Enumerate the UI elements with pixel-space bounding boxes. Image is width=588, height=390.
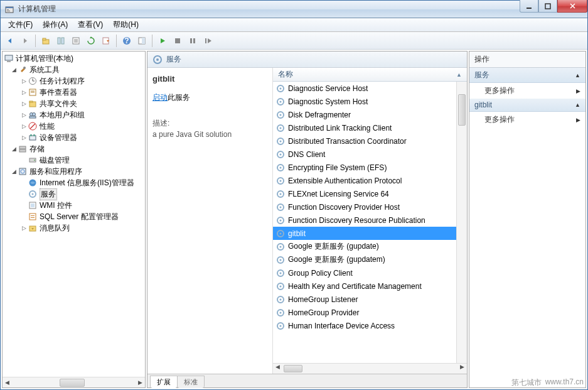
help-button[interactable]: ? [120, 34, 134, 48]
tree-item[interactable]: ▷本地用户和组 [3, 109, 145, 121]
menu-file[interactable]: 文件(F) [3, 18, 38, 31]
svg-point-64 [280, 100, 282, 102]
expand-icon[interactable]: ▷ [20, 225, 28, 231]
svg-rect-2 [7, 9, 9, 10]
gear-icon [275, 110, 286, 120]
service-row[interactable]: Function Discovery Provider Host [273, 200, 456, 214]
column-header-name[interactable]: 名称 ▲ [273, 68, 467, 82]
collapse-icon[interactable]: ◢ [10, 146, 18, 152]
service-row[interactable]: Function Discovery Resource Publication [273, 214, 456, 227]
service-tabs: 扩展 标准 [147, 374, 467, 387]
expand-icon[interactable]: ▷ [20, 100, 28, 107]
service-row[interactable]: Distributed Transaction Coordinator [273, 134, 456, 148]
titlebar: 计算机管理 [1, 1, 587, 18]
tree-item[interactable]: ▷设备管理器 [3, 132, 145, 143]
svg-point-86 [280, 246, 282, 247]
menu-view[interactable]: 查看(V) [73, 18, 108, 31]
export-button[interactable] [69, 34, 83, 48]
actions-more-gitblit[interactable]: 更多操作 ▶ [469, 112, 585, 127]
service-row[interactable]: Disk Defragmenter [273, 108, 456, 121]
tree-item[interactable]: ▷事件查看器 [3, 87, 145, 98]
tree-item[interactable]: 服务 [3, 188, 145, 200]
menu-help[interactable]: 帮助(H) [108, 18, 144, 31]
refresh-button[interactable] [84, 34, 98, 48]
actions-section-gitblit[interactable]: gitblit ▲ [469, 99, 585, 112]
gear-icon [275, 97, 286, 107]
back-button[interactable] [3, 34, 17, 48]
start-service-link[interactable]: 启动 [152, 93, 168, 102]
expand-icon[interactable]: ▷ [20, 78, 28, 84]
tree-item[interactable]: ▷性能 [3, 121, 145, 132]
close-button[interactable] [557, 0, 587, 13]
pause-service-button[interactable] [186, 34, 200, 48]
service-row[interactable]: Human Interface Device Access [273, 319, 456, 332]
collapse-icon[interactable]: ◢ [10, 67, 18, 73]
computer-icon [4, 53, 14, 63]
actions-section-services[interactable]: 服务 ▲ [469, 68, 585, 83]
service-row[interactable]: Group Policy Client [273, 266, 456, 279]
show-hide-button[interactable] [135, 34, 149, 48]
tree-item-label: 本地用户和组 [40, 110, 85, 121]
svg-rect-25 [5, 55, 13, 60]
service-row[interactable]: FLEXnet Licensing Service 64 [273, 187, 456, 200]
service-row[interactable]: Distributed Link Tracking Client [273, 121, 456, 134]
list-vscrollbar[interactable] [456, 82, 467, 363]
tree-item[interactable]: ▷共享文件夹 [3, 98, 145, 109]
service-list[interactable]: Diagnostic Service HostDiagnostic System… [273, 82, 467, 363]
expand-icon[interactable]: ▷ [20, 89, 28, 95]
desc-label: 描述: [152, 118, 267, 129]
tree-item[interactable]: Internet 信息服务(IIS)管理器 [3, 177, 145, 188]
tree-system-tools[interactable]: ◢ 系统工具 [3, 64, 145, 75]
collapse-icon[interactable]: ◢ [10, 168, 18, 175]
stop-service-button[interactable] [171, 34, 184, 48]
tree-hscrollbar[interactable]: ◀▶ [3, 377, 145, 387]
service-row[interactable]: Diagnostic Service Host [273, 82, 456, 95]
actions-more-services[interactable]: 更多操作 ▶ [469, 83, 585, 99]
service-row[interactable]: Google 更新服务 (gupdate) [273, 240, 456, 253]
expand-icon[interactable]: ▷ [20, 112, 28, 118]
minimize-button[interactable] [520, 0, 538, 13]
properties-button[interactable] [54, 34, 68, 48]
service-row[interactable]: Diagnostic System Host [273, 95, 456, 108]
forward-button[interactable] [18, 34, 32, 48]
tree-item[interactable]: WMI 控件 [3, 200, 145, 211]
tree[interactable]: 计算机管理(本地) ◢ 系统工具 ▷任务计划程序▷事件查看器▷共享文件夹▷本地用… [3, 51, 145, 377]
restart-service-button[interactable] [201, 34, 215, 48]
list-hscrollbar[interactable]: ◀ ▶ [273, 363, 467, 374]
tree-item[interactable]: 磁盘管理 [3, 154, 145, 166]
expand-icon[interactable]: ▷ [20, 123, 28, 129]
tree-item-label: SQL Server 配置管理器 [40, 212, 119, 222]
service-row[interactable]: gitblit [273, 227, 456, 240]
tree-storage[interactable]: ◢ 存储 [3, 143, 145, 154]
service-row[interactable]: HomeGroup Provider [273, 306, 456, 319]
tree-item[interactable]: ▷任务计划程序 [3, 75, 145, 87]
scroll-right-icon[interactable]: ▶ [457, 364, 467, 374]
service-row[interactable]: Health Key and Certificate Management [273, 279, 456, 293]
service-row[interactable]: Encrypting File System (EFS) [273, 161, 456, 174]
tree-item[interactable]: SQL Server 配置管理器 [3, 211, 145, 222]
tree-item[interactable]: ▷消息队列 [3, 222, 145, 234]
menu-action[interactable]: 操作(A) [38, 18, 73, 31]
scroll-right-icon[interactable]: ▶ [136, 379, 145, 386]
scroll-thumb[interactable] [60, 379, 85, 387]
svg-point-66 [280, 114, 282, 116]
service-row[interactable]: Google 更新服务 (gupdatem) [273, 253, 456, 266]
scroll-thumb[interactable] [458, 94, 466, 126]
service-row[interactable]: DNS Client [273, 148, 456, 161]
scroll-left-icon[interactable]: ◀ [273, 364, 282, 374]
expand-icon[interactable]: ▷ [20, 134, 28, 141]
service-row[interactable]: HomeGroup Listener [273, 293, 456, 306]
service-row[interactable]: Extensible Authentication Protocol [273, 174, 456, 187]
start-service-button[interactable] [156, 34, 169, 48]
tree-root[interactable]: 计算机管理(本地) [3, 53, 145, 64]
export-list-button[interactable] [99, 34, 113, 48]
maximize-button[interactable] [538, 0, 557, 13]
svg-rect-41 [29, 136, 36, 140]
up-button[interactable] [39, 34, 53, 48]
tree-services-apps[interactable]: ◢ 服务和应用程序 [3, 166, 145, 177]
scroll-left-icon[interactable]: ◀ [3, 379, 12, 386]
tab-extended[interactable]: 扩展 [150, 376, 178, 388]
svg-rect-56 [31, 215, 35, 216]
tab-standard[interactable]: 标准 [177, 376, 205, 388]
scroll-thumb[interactable] [284, 365, 302, 372]
